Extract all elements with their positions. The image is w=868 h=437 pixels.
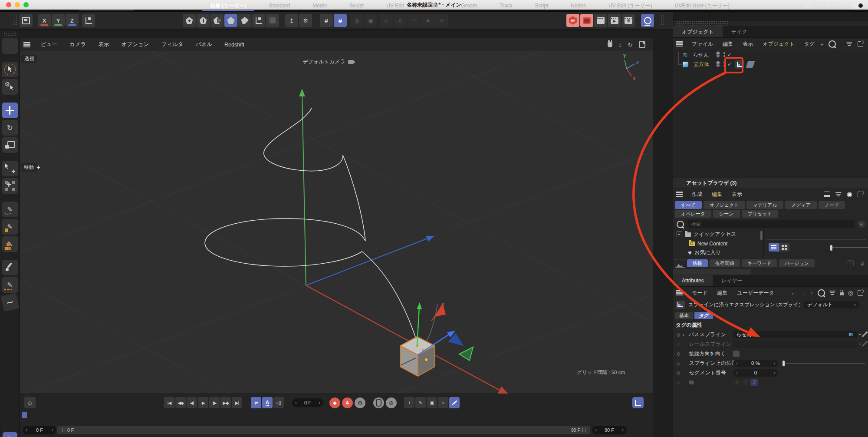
align-to-spline-tag-icon[interactable] [735,60,744,69]
timeline-ruler[interactable] [20,411,653,424]
menu-item[interactable]: ファイル [687,40,718,48]
record-keyframe-button[interactable]: ◆ [329,397,340,408]
filter-icon[interactable] [846,42,852,46]
scrollbar-thumb[interactable] [760,231,763,240]
disabled-tool-3[interactable]: ⋯ [408,14,421,27]
layout-tab[interactable]: Track [488,0,524,11]
select-move-tool-button[interactable] [2,161,18,176]
menu-item[interactable]: 編集 [713,289,733,297]
layer-icon[interactable] [715,52,720,58]
disabled-tool-2[interactable]: A [394,14,407,27]
forward-icon[interactable]: → [800,290,806,296]
drag-handle[interactable] [3,32,16,36]
tree-item-new-content[interactable]: New Content [673,239,763,248]
hash-icon[interactable]: # [861,260,864,267]
menu-item[interactable]: 表示 [738,40,758,48]
asset-filter-button[interactable]: マテリアル [746,201,783,209]
quantize-snap-button[interactable]: # [334,14,347,27]
model-mode-button[interactable] [224,14,237,27]
record-position-button[interactable]: + [404,397,414,408]
helix-spline[interactable] [205,108,418,345]
render-view-button[interactable] [594,14,607,27]
layout-tab[interactable]: Nodes [559,0,597,11]
spline-smooth-button[interactable]: ∼ [0,293,19,312]
go-to-start-button[interactable]: |◀ [164,397,174,408]
layout-tab[interactable]: UV Edit (ユーザー) [597,0,664,11]
spline-pen-button[interactable]: ✎ [2,202,18,217]
record-parameters-button[interactable]: ≡ [438,397,448,408]
info-tab[interactable]: 情報 [687,259,708,267]
go-to-end-button[interactable]: ▶| [232,397,242,408]
layer-icon[interactable] [715,61,720,67]
disabled-ring-button[interactable]: ◎ [350,14,363,27]
tree-item-favorites[interactable]: お気に入り [673,248,763,257]
back-icon[interactable]: ← [790,290,796,296]
target-icon[interactable]: ◎ [848,289,853,296]
close-panel-icon[interactable] [677,182,682,183]
position-spinner[interactable]: ‹0 %› [733,360,778,367]
asset-filter-button[interactable]: プリセット [742,210,778,218]
keyframe-button[interactable]: ◇ [24,397,36,408]
minimize-window-button[interactable] [15,2,20,7]
link-options-icon[interactable] [859,331,861,338]
brush-tool-button[interactable] [2,260,18,275]
asset-filter-button[interactable]: シーン [713,210,740,218]
asset-filter-button[interactable]: オブジェクト [704,201,745,209]
keyframe-dot-icon[interactable] [677,351,680,357]
keyframe-dot-icon[interactable] [677,360,680,366]
previous-frame-button[interactable]: ◀| [187,397,197,408]
menu-icon[interactable] [676,192,683,197]
axis-y-button[interactable]: Y [742,379,749,386]
thumbnail-size-slider[interactable] [830,247,868,248]
range-end-field[interactable]: ‹90 F› [592,426,627,434]
move-tool-button[interactable] [2,103,18,118]
render-settings-button[interactable] [622,14,635,27]
square-mode-button[interactable] [266,14,279,27]
menu-item[interactable]: 表示 [727,191,747,198]
rotate-tool-button[interactable]: ↻ [2,120,18,136]
menu-icon[interactable] [676,41,683,46]
layout-tab[interactable]: Paint [415,0,450,11]
menu-item[interactable]: 編集 [718,40,738,48]
layout-tab[interactable]: UV Edit [375,0,415,11]
layout-tab[interactable]: 初期 (ユーザー) [199,0,258,11]
object-name-cube[interactable]: 立方体 [691,60,712,69]
drag-handle[interactable] [661,15,665,26]
asset-filter-button[interactable]: ノード [819,201,845,209]
visibility-dots-icon[interactable] [723,52,726,58]
range-end-grabber[interactable] [582,428,585,432]
range-start-grabber[interactable] [62,428,65,432]
sketch-pen-button[interactable]: ✎ [2,277,18,293]
layout-tab[interactable]: Model [301,0,338,11]
disabled-target-button[interactable]: ◉ [364,14,377,27]
enabled-check-icon[interactable] [727,61,732,67]
render-queue-button[interactable] [608,14,621,27]
autokeying-button[interactable]: A [342,397,353,408]
viewport-menu-icon[interactable] [23,42,30,47]
drag-handle[interactable] [13,15,17,26]
tab-objects[interactable]: オブジェクト [673,26,723,37]
object-axis-button[interactable]: ↥ [285,14,298,27]
preview-range-bar[interactable]: 0 F 90 F [57,426,590,434]
zoom-window-button[interactable] [23,2,29,7]
previous-key-button[interactable]: ◀◆ [175,397,186,408]
rotate-view-icon[interactable]: ↻ [628,41,633,48]
viewport-menu-item[interactable]: ビュー [35,41,63,48]
object-row-helix[interactable]: らせん [673,50,868,60]
asset-filter-button[interactable]: オペレータ [675,210,711,218]
maximize-view-icon[interactable] [639,41,645,48]
menu-icon[interactable] [676,290,683,295]
projection-label[interactable]: 透視 [21,55,37,63]
asset-filter-button[interactable]: メディア [785,201,817,209]
keyframe-mode-button[interactable]: ⊘ [386,397,397,408]
pan-view-icon[interactable] [608,42,612,47]
modeling-settings-button[interactable]: ⚙ [299,14,312,27]
info-tab[interactable]: 依存関係 [710,259,740,267]
polygons-mode-button[interactable] [210,14,224,27]
poly-pen-button[interactable]: ✎ [2,236,18,252]
layout-tab[interactable]: Sculpt [338,0,375,11]
menu-item[interactable]: モード [687,289,713,297]
menu-item[interactable]: 作成 [687,191,707,198]
viewport-menu-item[interactable]: オプション [115,41,155,48]
multi-axis-tool-button[interactable] [2,178,18,194]
